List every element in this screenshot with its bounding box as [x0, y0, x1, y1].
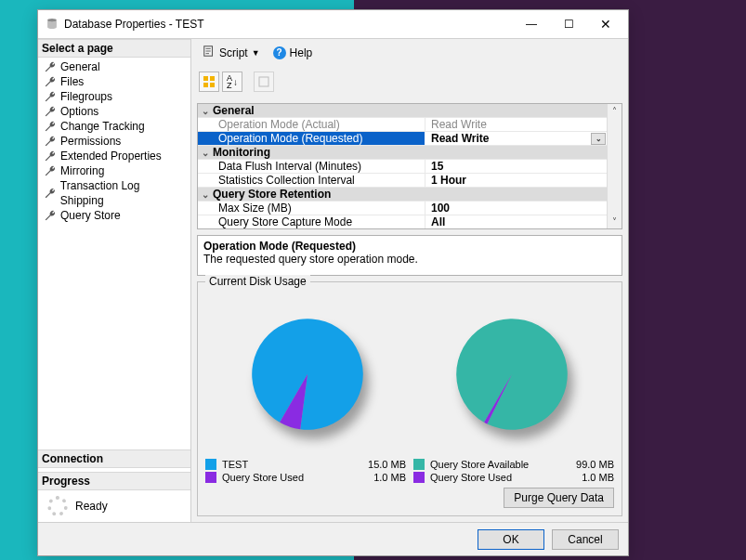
select-a-page-header: Select a page [38, 39, 190, 58]
pg-group-monitoring: Monitoring [213, 146, 607, 159]
script-icon [203, 45, 216, 60]
progress-body: Ready [38, 490, 190, 522]
sidebar-page-filegroups[interactable]: Filegroups [38, 89, 190, 104]
prop-max-size[interactable]: Max Size (MB) 100 [198, 202, 607, 215]
prop-capture-mode[interactable]: Query Store Capture Mode All [198, 215, 607, 229]
sidebar-item-label: Query Store [60, 208, 121, 223]
svg-rect-5 [210, 83, 215, 87]
window-title: Database Properties - TEST [64, 18, 513, 31]
scroll-down-icon[interactable]: ˅ [612, 216, 617, 227]
prop-operation-mode-requested[interactable]: Operation Mode (Requested) Read Write ⌄ [198, 132, 607, 146]
sidebar-item-label: General [60, 59, 100, 74]
legend-swatch [205, 459, 216, 470]
property-pages-button[interactable] [254, 72, 274, 92]
sidebar-page-general[interactable]: General [38, 59, 190, 74]
progress-spinner-icon [47, 496, 68, 516]
legend-item: Query Store Used1.0 MB [413, 472, 614, 483]
alphabetical-button[interactable]: AZ↓ [222, 72, 242, 92]
prop-stats-interval[interactable]: Statistics Collection Interval 1 Hour [198, 174, 607, 188]
cancel-button[interactable]: Cancel [552, 529, 619, 550]
sidebar-page-files[interactable]: Files [38, 74, 190, 89]
legend-label: TEST [222, 459, 248, 470]
main-pane: Script ▼ ? Help AZ↓ [191, 39, 628, 522]
sidebar-item-label: Files [60, 74, 84, 89]
progress-status: Ready [75, 500, 108, 513]
sidebar-item-label: Options [60, 104, 98, 119]
propdesc-title: Operation Mode (Requested) [203, 240, 616, 253]
categorized-button[interactable] [199, 72, 219, 92]
close-button[interactable]: ✕ [587, 11, 624, 37]
database-icon [46, 18, 59, 31]
pie-chart-database [247, 314, 368, 435]
disk-usage-group: Current Disk Usage TEST15.0 MBQuery Stor… [197, 281, 622, 516]
script-label: Script [219, 46, 248, 59]
page-list: GeneralFilesFilegroupsOptionsChange Trac… [38, 58, 190, 449]
collapse-icon[interactable]: ⌄ [198, 148, 213, 158]
sidebar-page-transaction-log-shipping[interactable]: Transaction Log Shipping [38, 178, 190, 208]
propgrid-scrollbar[interactable]: ˄ ˅ [607, 104, 622, 228]
sidebar-page-change-tracking[interactable]: Change Tracking [38, 119, 190, 134]
sidebar-page-query-store[interactable]: Query Store [38, 208, 190, 223]
legend-swatch [413, 459, 425, 470]
legend-item: TEST15.0 MB [205, 459, 406, 470]
legend-label: Query Store Used [430, 472, 512, 483]
legend-value: 99.0 MB [576, 459, 614, 470]
propgrid-toolbar: AZ↓ [197, 66, 622, 98]
main-toolbar: Script ▼ ? Help [191, 39, 628, 66]
legend-left: TEST15.0 MBQuery Store Used1.0 MB [205, 459, 406, 483]
sidebar-page-permissions[interactable]: Permissions [38, 134, 190, 149]
dropdown-button[interactable]: ⌄ [591, 133, 606, 145]
help-label: Help [290, 46, 313, 59]
help-icon: ? [273, 46, 286, 59]
collapse-icon[interactable]: ⌄ [198, 189, 213, 200]
dialog-window: Database Properties - TEST — ☐ ✕ Select … [37, 9, 629, 556]
connection-header: Connection [38, 449, 190, 468]
ok-button[interactable]: OK [478, 529, 544, 550]
sidebar-item-label: Transaction Log Shipping [60, 178, 185, 208]
chevron-down-icon: ▼ [252, 48, 260, 58]
sidebar-item-label: Filegroups [60, 89, 112, 104]
sidebar-page-mirroring[interactable]: Mirroring [38, 163, 190, 178]
progress-header: Progress [38, 472, 190, 490]
propdesc-text: The requested query store operation mode… [203, 253, 616, 266]
legend-swatch [205, 472, 216, 483]
collapse-icon[interactable]: ⌄ [198, 106, 213, 116]
sidebar-item-label: Extended Properties [60, 149, 162, 163]
sidebar-item-label: Permissions [60, 134, 121, 149]
legend-label: Query Store Available [430, 459, 529, 470]
legend-right: Query Store Available99.0 MBQuery Store … [413, 459, 614, 483]
svg-rect-4 [203, 83, 208, 87]
svg-point-0 [47, 19, 57, 22]
sidebar-page-options[interactable]: Options [38, 104, 190, 119]
svg-rect-2 [203, 76, 208, 81]
sidebar-page-extended-properties[interactable]: Extended Properties [38, 149, 190, 163]
property-grid[interactable]: ⌄General Operation Mode (Actual) Read Wr… [197, 103, 622, 229]
sidebar: Select a page GeneralFilesFilegroupsOpti… [38, 39, 191, 522]
legend-label: Query Store Used [222, 472, 304, 483]
help-button[interactable]: ? Help [269, 45, 317, 61]
maximize-button[interactable]: ☐ [550, 11, 587, 37]
prop-flush-interval[interactable]: Data Flush Interval (Minutes) 15 [198, 160, 607, 174]
sidebar-item-label: Change Tracking [60, 119, 145, 134]
legend-swatch [413, 472, 425, 483]
pg-group-qsr: Query Store Retention [213, 188, 607, 201]
property-description: Operation Mode (Requested) The requested… [197, 235, 622, 276]
titlebar[interactable]: Database Properties - TEST — ☐ ✕ [38, 10, 628, 38]
legend-item: Query Store Available99.0 MB [413, 459, 614, 470]
svg-rect-6 [259, 77, 268, 86]
sidebar-item-label: Mirroring [60, 163, 104, 178]
scroll-up-icon[interactable]: ˄ [612, 106, 617, 116]
minimize-button[interactable]: — [513, 11, 550, 37]
prop-operation-mode-requested-value: Read Write [431, 132, 489, 145]
legend-value: 15.0 MB [368, 459, 406, 470]
legend-item: Query Store Used1.0 MB [205, 472, 406, 483]
pie-chart-querystore [452, 314, 572, 435]
pg-group-general: General [213, 104, 607, 117]
legend-value: 1.0 MB [582, 472, 614, 483]
legend-value: 1.0 MB [373, 472, 406, 483]
disk-usage-title: Current Disk Usage [205, 275, 310, 288]
purge-query-data-button[interactable]: Purge Query Data [504, 488, 614, 508]
dialog-footer: OK Cancel [38, 522, 628, 555]
svg-rect-3 [210, 76, 215, 81]
script-button[interactable]: Script ▼ [199, 43, 264, 62]
